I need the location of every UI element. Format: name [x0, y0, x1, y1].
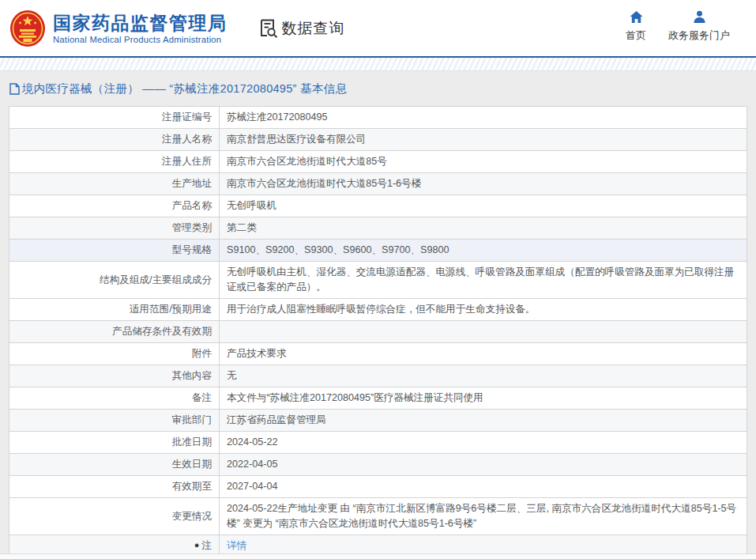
row-value: S9100、S9200、S9300、S9600、S9700、S9800 — [220, 240, 747, 262]
table-row: 审批部门江苏省药品监督管理局 — [9, 410, 747, 432]
org-name-cn: 国家药品监督管理局 — [53, 13, 228, 33]
nmpa-logo[interactable]: 国家药品监督管理局 National Medical Products Admi… — [9, 9, 228, 47]
table-row: 型号规格S9100、S9200、S9300、S9600、S9700、S9800 — [9, 240, 747, 262]
data-query-menu[interactable]: 数据查询 — [258, 17, 345, 39]
footer-strip — [0, 553, 756, 559]
row-value: 苏械注准20172080495 — [220, 107, 747, 129]
nav-home-label: 首页 — [626, 28, 646, 43]
table-row: 变更情况2024-05-22生产地址变更 由 “南京市江北新区博富路9号6号楼二… — [9, 498, 747, 535]
table-row: 结构及组成/主要组成成分无创呼吸机由主机、湿化器、交流电源适配器、电源线、呼吸管… — [9, 262, 747, 299]
row-value: 无创呼吸机 — [220, 195, 747, 217]
national-emblem-icon — [9, 9, 46, 47]
table-row: 其他内容无 — [9, 365, 747, 387]
table-row: 生效日期2022-04-05 — [9, 454, 747, 476]
decorative-stripe-band — [0, 58, 756, 71]
row-label: 生效日期 — [9, 454, 220, 476]
row-value: 2022-04-05 — [220, 454, 747, 476]
page-title-text: 境内医疗器械（注册） —— “苏械注准20172080495” 基本信息 — [22, 81, 347, 96]
page: 国家药品监督管理局 National Medical Products Admi… — [0, 0, 756, 559]
table-row: 生产地址南京市六合区龙池街道时代大道85号1-6号楼 — [9, 173, 747, 195]
table-row: 批准日期2024-05-22 — [9, 432, 747, 454]
table-row: 注册人名称南京舒普思达医疗设备有限公司 — [9, 129, 747, 151]
row-value: 无创呼吸机由主机、湿化器、交流电源适配器、电源线、呼吸管路及面罩组成（配置的呼吸… — [220, 262, 747, 299]
detail-link[interactable]: 详情 — [227, 540, 246, 551]
page-icon — [9, 83, 20, 95]
registration-info-table: 注册证编号苏械注准20172080495注册人名称南京舒普思达医疗设备有限公司注… — [9, 106, 747, 557]
nav-home[interactable]: 首页 — [626, 9, 646, 43]
row-label: 注册人名称 — [9, 129, 220, 151]
row-label: 其他内容 — [9, 365, 220, 387]
note-pin-icon: ● — [194, 538, 200, 553]
row-label: 备注 — [9, 387, 220, 410]
row-label: 产品储存条件及有效期 — [9, 321, 220, 343]
row-label: 产品名称 — [9, 195, 220, 217]
row-label: 型号规格 — [9, 240, 220, 262]
org-name-en: National Medical Products Administration — [53, 35, 228, 44]
logo-text: 国家药品监督管理局 National Medical Products Admi… — [53, 13, 228, 44]
row-label: 有效期至 — [9, 476, 220, 498]
row-value: 2024-05-22生产地址变更 由 “南京市江北新区博富路9号6号楼二层、三层… — [220, 498, 747, 535]
main-content: 境内医疗器械（注册） —— “苏械注准20172080495” 基本信息 注册证… — [0, 81, 756, 557]
table-row: 管理类别第二类 — [9, 217, 747, 240]
row-label: 变更情况 — [9, 498, 220, 535]
row-label: 适用范围/预期用途 — [9, 299, 220, 321]
row-value: 南京市六合区龙池街道时代大道85号1-6号楼 — [220, 173, 747, 195]
row-label: 管理类别 — [9, 217, 220, 240]
row-value: 无 — [220, 365, 747, 387]
row-label: 审批部门 — [9, 410, 220, 432]
data-query-label: 数据查询 — [282, 18, 345, 39]
row-value: 2024-05-22 — [220, 432, 747, 454]
row-label: 结构及组成/主要组成成分 — [9, 262, 220, 299]
document-search-icon — [258, 17, 279, 39]
row-value: 江苏省药品监督管理局 — [220, 410, 747, 432]
row-value: 2027-04-04 — [220, 476, 747, 498]
top-nav: 首页 政务服务门户 — [626, 9, 730, 43]
row-value: 本文件与“苏械注准20172080495”医疗器械注册证共同使用 — [220, 387, 747, 410]
table-row: 注册证编号苏械注准20172080495 — [9, 107, 747, 129]
row-value: 用于治疗成人阻塞性睡眠呼吸暂停综合症，但不能用于生命支持设备。 — [220, 299, 747, 321]
row-label: 批准日期 — [9, 432, 220, 454]
table-row: 注册人住所南京市六合区龙池街道时代大道85号 — [9, 151, 747, 173]
table-row: 备注本文件与“苏械注准20172080495”医疗器械注册证共同使用 — [9, 387, 747, 410]
info-table-body: 注册证编号苏械注准20172080495注册人名称南京舒普思达医疗设备有限公司注… — [9, 107, 747, 557]
table-row: 有效期至2027-04-04 — [9, 476, 747, 498]
table-row: 附件产品技术要求 — [9, 343, 747, 365]
row-label: 附件 — [9, 343, 220, 365]
row-value: 南京市六合区龙池街道时代大道85号 — [220, 151, 747, 173]
row-value: 第二类 — [220, 217, 747, 240]
table-row: 产品储存条件及有效期 — [9, 321, 747, 343]
site-header: 国家药品监督管理局 National Medical Products Admi… — [0, 0, 756, 58]
row-label: 注册证编号 — [9, 107, 220, 129]
nav-gov-portal-label: 政务服务门户 — [668, 28, 730, 43]
table-row: 适用范围/预期用途用于治疗成人阻塞性睡眠呼吸暂停综合症，但不能用于生命支持设备。 — [9, 299, 747, 321]
row-label: 生产地址 — [9, 173, 220, 195]
row-label: 注册人住所 — [9, 151, 220, 173]
user-icon — [692, 9, 707, 25]
row-value — [220, 321, 747, 343]
nav-gov-portal[interactable]: 政务服务门户 — [668, 9, 730, 43]
row-value: 南京舒普思达医疗设备有限公司 — [220, 129, 747, 151]
page-title: 境内医疗器械（注册） —— “苏械注准20172080495” 基本信息 — [9, 81, 756, 96]
table-row: 产品名称无创呼吸机 — [9, 195, 747, 217]
row-value: 产品技术要求 — [220, 343, 747, 365]
home-icon — [629, 9, 644, 25]
